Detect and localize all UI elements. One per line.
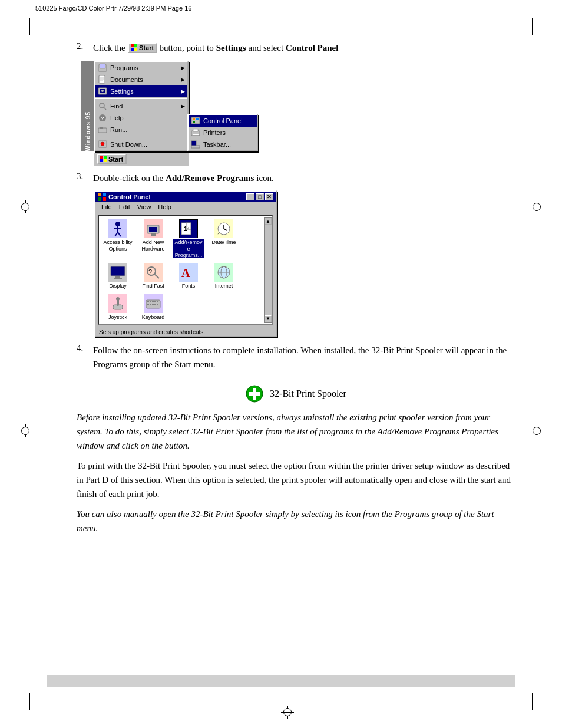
svg-rect-25 (191, 117, 200, 124)
svg-rect-54 (111, 266, 125, 276)
cp-icon-keyboard[interactable]: Keyboard (138, 294, 168, 321)
submenu-control-panel[interactable]: Control Panel (189, 115, 257, 127)
cp-icon-addremove[interactable]: 1 2 Add/Remove Programs... (173, 219, 204, 258)
cp-status-bar: Sets up programs and creates shortcuts. (95, 328, 276, 336)
cp-icon-findfast[interactable]: ? Find Fast (138, 263, 168, 289)
joystick-label: Joystick (108, 314, 127, 321)
submenu-printers[interactable]: Printers (189, 127, 257, 139)
cp-menu-edit[interactable]: Edit (115, 203, 134, 211)
svg-point-20 (101, 142, 104, 146)
step-3-row: 3. Double-click on the Add/Remove Progra… (77, 172, 515, 185)
step-4-number: 4. (77, 343, 88, 353)
page-border-left-top (29, 18, 30, 35)
cp-titlebar: Control Panel _ □ ✕ (95, 192, 276, 202)
step-3-text-before: Double-click on the (93, 172, 163, 185)
findfast-icon: ? (144, 263, 163, 282)
menu-item-find[interactable]: Find ▶ (95, 100, 187, 112)
svg-rect-1 (134, 44, 137, 47)
svg-text:?: ? (101, 116, 104, 121)
cp-scrollbar[interactable]: ▲ ▼ (264, 217, 272, 323)
step-3-content: Double-click on the Add/Remove Programs … (93, 172, 515, 185)
scrollbar-up[interactable]: ▲ (265, 218, 272, 225)
svg-rect-23 (100, 159, 103, 162)
find-label: Find (110, 103, 181, 110)
cp-maximize-btn[interactable]: □ (256, 193, 264, 200)
svg-rect-72 (157, 301, 158, 302)
para-2-text: You can also manually open the 32-Bit Pr… (77, 507, 515, 535)
menu-sep-1 (95, 98, 187, 99)
start-button-inline: Start (128, 42, 157, 53)
hardware-label: Add New Hardware (138, 239, 168, 252)
svg-rect-22 (104, 156, 107, 159)
main-content: 2. Click the Start button, point to Sett… (77, 41, 515, 541)
gray-bar (47, 675, 515, 687)
svg-rect-68 (147, 301, 149, 302)
cp-menu-view[interactable]: View (134, 203, 155, 211)
svg-rect-56 (114, 278, 122, 279)
svg-text:?: ? (148, 268, 152, 275)
cp-icon-datetime[interactable]: 1 Date/Time (209, 219, 239, 246)
cp-menu-help[interactable]: Help (154, 203, 175, 211)
cp-icon-fonts[interactable]: A Fonts (173, 263, 204, 289)
para-1-text: To print with the 32-Bit Print Spooler, … (77, 459, 515, 501)
cp-menu-file[interactable]: File (98, 203, 115, 211)
menu-item-run[interactable]: Run... (95, 124, 187, 136)
help-icon: ? (98, 113, 107, 123)
cp-icon-internet[interactable]: Internet (209, 263, 239, 289)
header-meta: 510225 Fargo/CD Color Prtr 7/29/98 2:39 … (35, 5, 191, 12)
step-2-control-panel: Control Panel (286, 41, 338, 55)
find-arrow: ▶ (181, 103, 185, 109)
svg-rect-2 (131, 48, 134, 51)
accessibility-icon (108, 219, 127, 238)
datetime-icon: 1 (214, 219, 233, 238)
menu-item-settings[interactable]: Settings ▶ (95, 85, 187, 97)
cp-icons-area: Accessibility Options Add New Hardware (98, 215, 273, 325)
internet-label: Internet (215, 283, 233, 289)
menu-item-programs[interactable]: Programs ▶ (95, 62, 187, 74)
step-2-row: 2. Click the Start button, point to Sett… (77, 41, 515, 55)
cp-icon-accessibility[interactable]: Accessibility Options (103, 219, 133, 252)
svg-rect-26 (193, 118, 195, 120)
cp-close-btn[interactable]: ✕ (265, 193, 273, 200)
step-3-number: 3. (77, 172, 88, 182)
win95-start-menu: Programs ▶ Documents ▶ Settings (94, 61, 189, 151)
step-2-text-after: and select (249, 41, 284, 55)
menu-item-documents[interactable]: Documents ▶ (95, 74, 187, 85)
svg-point-66 (116, 297, 120, 301)
scrollbar-down[interactable]: ▼ (265, 315, 272, 322)
accessibility-label: Accessibility Options (103, 239, 133, 252)
keyboard-icon (144, 294, 163, 313)
spooler-label: 32-Bit Print Spooler (270, 388, 346, 399)
menu-item-help[interactable]: ? Help (95, 112, 187, 124)
submenu-taskbar[interactable]: Taskbar... (189, 139, 257, 150)
step-2-text-middle: button, point to (160, 41, 214, 55)
cp-icon-display[interactable]: Display (103, 263, 133, 289)
svg-line-41 (115, 232, 118, 236)
menu-item-shutdown[interactable]: Shut Down... (95, 139, 187, 150)
step-4-content: Follow the on-screen instructions to com… (93, 343, 515, 377)
cp-icon-hardware[interactable]: Add New Hardware (138, 219, 168, 252)
keyboard-label: Keyboard (142, 314, 165, 321)
documents-arrow: ▶ (181, 77, 185, 83)
datetime-label: Date/Time (211, 239, 236, 246)
step-2-text-before: Click the (93, 41, 125, 55)
step-4-row: 4. Follow the on-screen instructions to … (77, 343, 515, 377)
crosshair-right-middle (530, 200, 543, 213)
cp-minimize-btn[interactable]: _ (246, 193, 254, 200)
win95-start-btn[interactable]: Start (97, 154, 127, 164)
svg-text:A: A (181, 266, 190, 279)
svg-rect-34 (98, 193, 101, 196)
svg-rect-71 (154, 301, 156, 302)
svg-rect-69 (150, 301, 151, 302)
svg-rect-6 (99, 75, 105, 83)
find-icon (98, 101, 107, 111)
svg-text:1: 1 (217, 232, 220, 237)
svg-rect-70 (152, 301, 154, 302)
spooler-display: 32-Bit Print Spooler (77, 384, 515, 403)
cp-icon-joystick[interactable]: Joystick (103, 294, 133, 321)
shutdown-icon (98, 140, 107, 149)
taskbar-settings-icon (191, 140, 200, 149)
svg-rect-79 (249, 392, 260, 396)
svg-rect-24 (104, 159, 107, 162)
cp-window-controls: _ □ ✕ (246, 193, 273, 200)
